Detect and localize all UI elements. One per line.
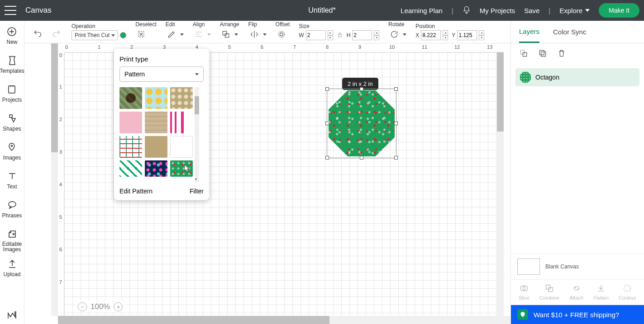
- pattern-swatch[interactable]: [170, 160, 193, 177]
- pattern-swatch[interactable]: [119, 112, 142, 133]
- sidebar-item-new[interactable]: New: [6, 26, 17, 45]
- resize-handle-n[interactable]: [360, 87, 363, 91]
- chevron-down-icon: [585, 9, 590, 12]
- vertical-scrollbar-left[interactable]: [51, 43, 58, 316]
- popover-title: Print type: [119, 55, 204, 63]
- delete-icon[interactable]: [557, 49, 566, 60]
- resize-handle-s[interactable]: [360, 156, 363, 160]
- swatch-scrollbar[interactable]: ▾: [195, 87, 199, 182]
- x-input[interactable]: [421, 30, 441, 40]
- deselect-group: Deselect: [135, 21, 157, 40]
- align-group: Align: [193, 21, 211, 40]
- pattern-swatch[interactable]: [145, 136, 167, 158]
- filter-button[interactable]: Filter: [190, 188, 204, 195]
- vertical-scrollbar-right[interactable]: [497, 52, 504, 316]
- y-input[interactable]: [457, 30, 477, 40]
- pattern-swatch[interactable]: [145, 112, 167, 133]
- right-panel: Layers Color Sync Octagon Blank Canvas S…: [510, 21, 644, 324]
- explore-dropdown[interactable]: Explore: [559, 7, 590, 14]
- sidebar-item-shapes[interactable]: Shapes: [3, 113, 21, 132]
- duplicate-icon[interactable]: [538, 49, 547, 60]
- resize-handle-sw[interactable]: [325, 156, 329, 160]
- pattern-swatch[interactable]: [119, 160, 142, 177]
- x-label: X: [415, 32, 419, 38]
- layer-thumbnail: [520, 72, 531, 83]
- rotate-button[interactable]: [388, 28, 400, 40]
- x-stepper[interactable]: ▴▾: [443, 30, 448, 40]
- height-input[interactable]: [352, 30, 372, 40]
- layer-tools: Slice Combine Attach Flatten Contour: [511, 279, 644, 305]
- sidebar-item-phrases[interactable]: Phrases: [2, 200, 22, 219]
- sidebar-item-upload[interactable]: Upload: [3, 258, 20, 277]
- deselect-button[interactable]: [135, 28, 147, 40]
- zoom-out-button[interactable]: −: [78, 302, 87, 311]
- sidebar-item-text[interactable]: Text: [7, 171, 18, 190]
- arrange-button[interactable]: [220, 28, 232, 40]
- sidebar-item-editable-images[interactable]: Editable Images: [0, 229, 24, 252]
- edit-button[interactable]: [166, 28, 177, 40]
- zoom-in-button[interactable]: +: [114, 302, 123, 311]
- horizontal-scrollbar[interactable]: [58, 316, 510, 324]
- pattern-swatch[interactable]: [170, 112, 193, 133]
- operation-value: Print Then Cut: [75, 32, 110, 38]
- octagon-shape[interactable]: [329, 90, 395, 156]
- tab-color-sync[interactable]: Color Sync: [553, 28, 586, 42]
- blank-canvas-row[interactable]: Blank Canvas: [511, 254, 644, 279]
- arrange-label: Arrange: [220, 21, 239, 28]
- my-projects-link[interactable]: My Projects: [480, 7, 515, 14]
- pattern-swatch[interactable]: [119, 87, 142, 109]
- svg-rect-11: [523, 52, 526, 56]
- y-stepper[interactable]: ▴▾: [479, 30, 484, 40]
- height-stepper[interactable]: ▴▾: [374, 30, 379, 40]
- flip-button[interactable]: [248, 28, 260, 40]
- align-button: [193, 28, 205, 40]
- svg-rect-6: [225, 33, 229, 37]
- resize-handle-e[interactable]: [394, 122, 398, 125]
- redo-button[interactable]: [51, 28, 62, 39]
- size-group: Size W ▴▾ H ▴▾: [299, 23, 379, 40]
- resize-handle-nw[interactable]: [325, 87, 329, 91]
- width-input[interactable]: [306, 30, 326, 40]
- sidebar-item-monogram[interactable]: [7, 310, 18, 320]
- pattern-swatch[interactable]: [170, 136, 193, 158]
- pattern-swatch[interactable]: [170, 87, 193, 109]
- group-icon[interactable]: [519, 49, 528, 60]
- save-button[interactable]: Save: [524, 7, 539, 14]
- layer-item-octagon[interactable]: Octagon: [515, 68, 639, 86]
- resize-handle-se[interactable]: [394, 156, 398, 160]
- menu-icon[interactable]: [5, 6, 16, 15]
- edit-pattern-button[interactable]: Edit Pattern: [119, 188, 153, 195]
- document-title[interactable]: Untitled*: [308, 6, 335, 14]
- resize-handle-ne[interactable]: [394, 87, 398, 91]
- edit-label: Edit: [166, 21, 184, 28]
- pattern-swatch[interactable]: [145, 160, 167, 177]
- svg-rect-17: [549, 287, 553, 291]
- svg-rect-5: [223, 31, 226, 35]
- divider: |: [452, 7, 453, 14]
- pattern-swatch[interactable]: [119, 136, 142, 158]
- lock-icon[interactable]: [337, 31, 343, 40]
- tab-layers[interactable]: Layers: [519, 28, 539, 43]
- chevron-down-icon: [207, 33, 211, 36]
- make-it-button[interactable]: Make It: [599, 3, 639, 18]
- resize-handle-w[interactable]: [325, 122, 329, 125]
- offset-button[interactable]: [276, 28, 287, 40]
- position-label: Position: [415, 23, 484, 29]
- arrange-group: Arrange: [220, 21, 239, 40]
- sidebar-label: Text: [7, 183, 17, 190]
- sidebar-item-images[interactable]: Images: [3, 142, 21, 161]
- learning-plan-link[interactable]: Learning Plan: [401, 7, 443, 14]
- sidebar-item-templates[interactable]: Templates: [0, 55, 24, 74]
- notifications-icon[interactable]: [463, 6, 471, 15]
- color-swatch-button[interactable]: [120, 32, 126, 38]
- promo-banner[interactable]: Want $10 + FREE shipping?: [511, 305, 644, 324]
- sidebar-item-projects[interactable]: Projects: [2, 84, 22, 103]
- undo-button[interactable]: [32, 28, 43, 39]
- promo-badge-icon: [517, 309, 528, 320]
- pattern-swatch[interactable]: [145, 87, 167, 109]
- attach-button: Attach: [569, 283, 583, 301]
- print-type-select[interactable]: Pattern: [119, 66, 204, 82]
- width-stepper[interactable]: ▴▾: [328, 30, 333, 40]
- sidebar-label: Phrases: [2, 212, 22, 219]
- operation-select[interactable]: Print Then Cut: [72, 30, 118, 40]
